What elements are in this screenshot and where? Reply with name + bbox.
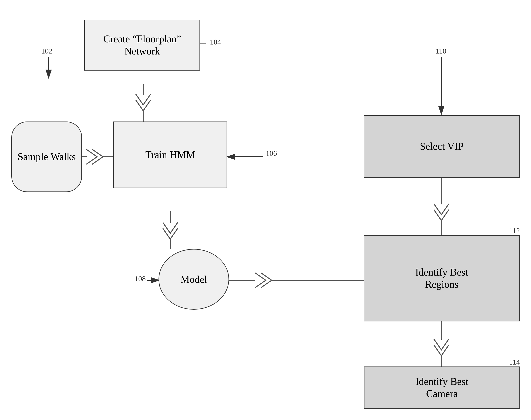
ref-114: 114 xyxy=(509,358,520,366)
ref-104: 104 xyxy=(210,38,221,46)
ref-112: 112 xyxy=(509,226,520,235)
ref-106: 106 xyxy=(266,149,277,158)
arrows-svg xyxy=(0,0,531,420)
ref-108: 108 xyxy=(135,274,146,283)
floorplan-network-box: Create “Floorplan”Network xyxy=(84,20,200,71)
identify-best-regions-box: Identify BestRegions xyxy=(364,235,520,321)
train-hmm-box: Train HMM xyxy=(113,121,227,188)
identify-best-camera-box: Identify BestCamera xyxy=(364,366,520,409)
select-vip-box: Select VIP xyxy=(364,115,520,178)
model-ellipse: Model xyxy=(158,249,229,310)
ref-110: 110 xyxy=(436,47,446,55)
sample-walks-box: Sample Walks xyxy=(11,121,82,192)
diagram-container: Create “Floorplan”Network Train HMM Samp… xyxy=(0,0,531,420)
ref-102: 102 xyxy=(41,47,52,55)
